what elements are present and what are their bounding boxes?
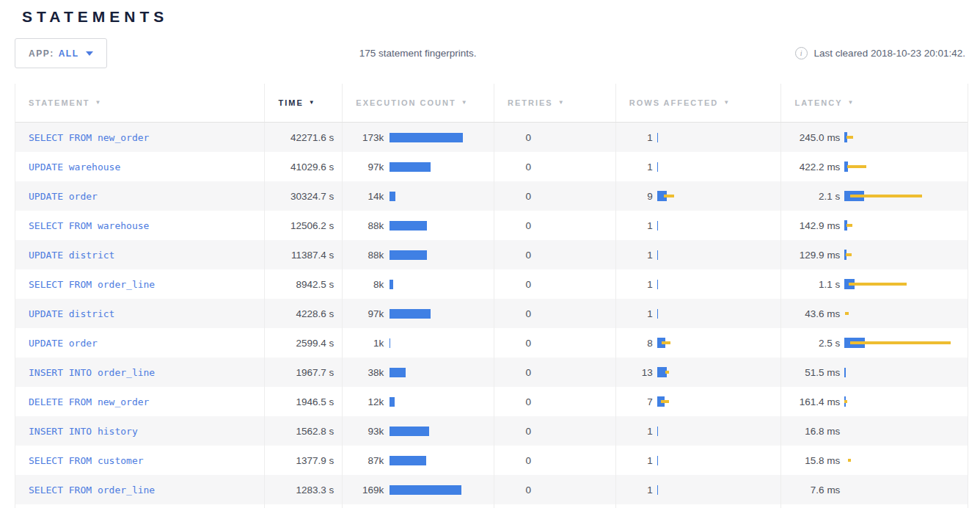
table-row: SELECT FROM new_order42271.6 s173k01245.… — [15, 123, 968, 152]
rows-affected-bar-stddev-line — [662, 341, 670, 344]
rows-affected-bar-cell: 1 — [615, 269, 781, 299]
sort-desc-icon: ▼ — [309, 99, 316, 106]
rows-affected-bar-value: 7 — [616, 396, 653, 407]
column-header-latency[interactable]: LATENCY▼ — [780, 84, 968, 122]
latency-bar — [844, 366, 968, 379]
table-body: SELECT FROM new_order42271.6 s173k01245.… — [15, 123, 968, 508]
table-row: UPDATE order30324.7 s14k092.1 s — [15, 181, 968, 211]
rows-affected-bar-cell: 7 — [615, 387, 781, 416]
column-header-rows-affected[interactable]: ROWS AFFECTED▼ — [615, 84, 781, 122]
rows-affected-bar — [657, 277, 781, 291]
execution-count-cell: 38k — [342, 358, 494, 387]
time-value: 1562.8 s — [264, 416, 342, 446]
app-filter-value: ALL — [59, 48, 79, 59]
latency-bar-stddev-line — [847, 165, 866, 168]
latency-bar-value: 161.4 ms — [781, 396, 840, 407]
rows-affected-bar-mean-bar — [657, 485, 659, 495]
rows-affected-bar-value: 1 — [616, 220, 653, 231]
rows-affected-bar — [657, 395, 781, 408]
latency-bar-stddev-line — [850, 195, 922, 197]
retries-cell: 0 — [494, 358, 615, 387]
latency-bar — [844, 307, 968, 320]
execution-count-value: 93k — [343, 426, 384, 437]
time-value: 12506.2 s — [264, 211, 342, 240]
latency-bar-value: 1.1 s — [781, 279, 840, 290]
rows-affected-bar — [657, 189, 781, 203]
app-filter-dropdown[interactable]: APP: ALL — [15, 38, 107, 68]
table-row: SELECT FROM customer1377.9 s87k0115.8 ms — [15, 446, 968, 475]
sort-desc-icon: ▼ — [95, 99, 103, 106]
statement-link[interactable]: SELECT FROM customer — [15, 446, 264, 475]
latency-bar-value: 15.8 ms — [781, 455, 840, 466]
statement-link[interactable]: INSERT INTO history — [15, 416, 264, 446]
latency-bar-value: 16.8 ms — [781, 426, 840, 437]
statements-table: STATEMENT▼TIME▼EXECUTION COUNT▼RETRIES▼R… — [15, 84, 968, 508]
latency-bar-cell: 422.2 ms — [780, 152, 968, 181]
info-icon[interactable]: i — [795, 47, 808, 59]
filler-cell — [342, 504, 494, 508]
retries-cell: 0 — [494, 152, 615, 181]
retries-value: 0 — [494, 367, 531, 378]
rows-affected-bar-cell: 1 — [615, 299, 781, 328]
rows-affected-bar-mean-bar — [657, 250, 659, 260]
statements-page: STATEMENTS APP: ALL 175 statement finger… — [0, 8, 980, 508]
retries-value: 0 — [494, 455, 531, 466]
table-row: INSERT INTO order_line1967.7 s38k01351.5… — [15, 358, 968, 387]
execution-count-bar — [390, 309, 431, 319]
rows-affected-bar-value: 1 — [616, 485, 653, 496]
rows-affected-bar-value: 1 — [616, 250, 653, 261]
rows-affected-bar-mean-bar — [657, 309, 659, 319]
table-row: UPDATE warehouse41029.6 s97k01422.2 ms — [15, 152, 968, 181]
statement-link[interactable]: UPDATE order — [15, 328, 264, 358]
statement-link[interactable]: SELECT FROM new_order — [15, 123, 264, 152]
column-header-retries[interactable]: RETRIES▼ — [494, 84, 615, 122]
latency-bar-value: 2.1 s — [781, 191, 840, 202]
rows-affected-bar-mean-bar — [657, 280, 659, 289]
latency-bar-value: 2.5 s — [781, 338, 840, 349]
retries-cell: 0 — [494, 181, 615, 211]
column-header-execution-count[interactable]: EXECUTION COUNT▼ — [342, 84, 494, 122]
statement-link[interactable]: INSERT INTO order_line — [15, 358, 264, 387]
latency-bar-stddev-line — [850, 341, 951, 344]
statement-link[interactable]: UPDATE district — [15, 299, 264, 328]
table-bottom-filler — [15, 504, 968, 508]
rows-affected-bar-value: 8 — [616, 338, 653, 349]
latency-bar — [844, 424, 968, 438]
statement-link[interactable]: UPDATE district — [15, 240, 264, 269]
statement-link[interactable]: UPDATE order — [15, 181, 264, 211]
rows-affected-bar-value: 1 — [616, 279, 653, 290]
filler-cell — [15, 504, 264, 508]
execution-count-bar — [390, 221, 427, 231]
filler-cell — [615, 504, 781, 508]
rows-affected-bar-value: 1 — [616, 308, 653, 319]
statement-link[interactable]: SELECT FROM order_line — [15, 269, 264, 299]
execution-count-bar — [390, 456, 426, 465]
rows-affected-bar — [657, 454, 781, 467]
latency-bar — [844, 483, 968, 496]
statement-link[interactable]: DELETE FROM new_order — [15, 387, 264, 416]
statement-link[interactable]: UPDATE warehouse — [15, 152, 264, 181]
rows-affected-bar — [657, 336, 781, 349]
table-row: SELECT FROM warehouse12506.2 s88k01142.9… — [15, 211, 968, 240]
latency-bar-stddev-line — [849, 283, 907, 286]
retries-cell: 0 — [494, 123, 615, 152]
statement-link[interactable]: SELECT FROM warehouse — [15, 211, 264, 240]
rows-affected-bar-mean-bar — [657, 221, 659, 231]
execution-count-value: 1k — [343, 338, 384, 349]
latency-bar-cell: 161.4 ms — [780, 387, 968, 416]
execution-count-cell: 1k — [342, 328, 494, 358]
rows-affected-bar-stddev-line — [661, 400, 669, 403]
time-value: 8942.5 s — [264, 269, 342, 299]
rows-affected-bar-cell: 1 — [615, 240, 781, 269]
execution-count-cell: 93k — [342, 416, 494, 446]
column-header-time[interactable]: TIME▼ — [264, 84, 342, 122]
execution-count-bar — [390, 368, 406, 377]
app-filter-label: APP: — [29, 48, 54, 59]
column-header-statement[interactable]: STATEMENT▼ — [15, 84, 264, 122]
rows-affected-bar-cell: 9 — [615, 181, 781, 211]
latency-bar-cell: 2.1 s — [780, 181, 968, 211]
rows-affected-bar-mean-bar — [657, 133, 659, 142]
time-value: 1377.9 s — [264, 446, 342, 475]
rows-affected-bar — [657, 248, 781, 261]
statement-link[interactable]: SELECT FROM order_line — [15, 475, 264, 504]
